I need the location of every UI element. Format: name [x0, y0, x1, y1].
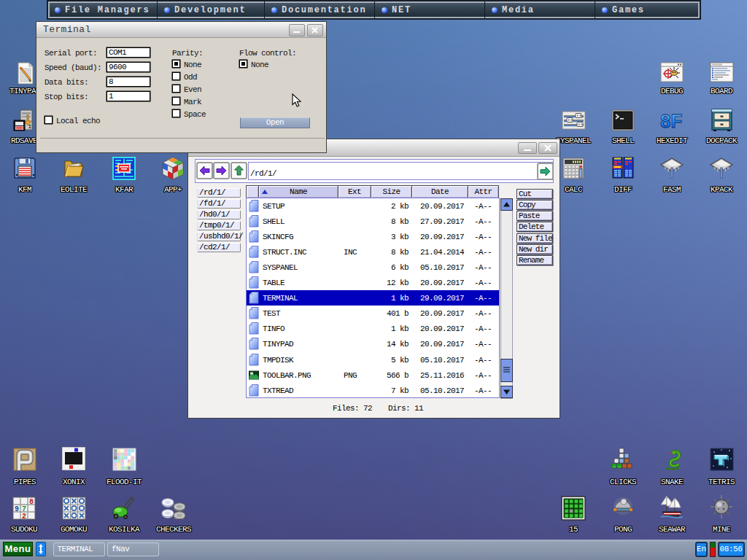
svg-text:9: 9 — [15, 505, 19, 513]
svg-text:8F: 8F — [660, 110, 682, 132]
svg-text:8: 8 — [29, 498, 34, 506]
svg-text:2: 2 — [22, 513, 26, 521]
